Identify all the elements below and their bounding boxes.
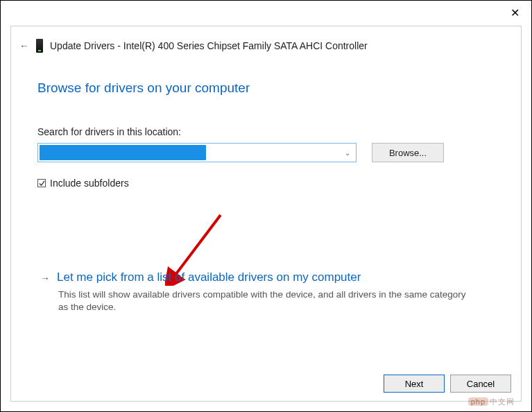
include-subfolders-checkbox[interactable]: Include subfolders [37,178,129,189]
pick-option-description: This list will show available drivers co… [58,289,474,314]
svg-line-0 [173,215,221,277]
chevron-down-icon[interactable]: ⌄ [345,149,350,157]
browse-button[interactable]: Browse... [372,143,444,162]
device-icon [36,39,43,53]
location-path-value [40,145,206,160]
wizard-panel: ← Update Drivers - Intel(R) 400 Series C… [10,26,522,402]
arrow-right-icon: → [40,273,50,284]
include-subfolders-label: Include subfolders [50,178,129,189]
back-arrow-icon[interactable]: ← [19,40,29,51]
page-heading: Browse for drivers on your computer [37,80,250,96]
location-combobox[interactable]: ⌄ [37,143,357,162]
search-input-row: ⌄ Browse... [37,143,444,162]
header-row: ← Update Drivers - Intel(R) 400 Series C… [19,39,513,53]
window-title: Update Drivers - Intel(R) 400 Series Chi… [50,40,368,51]
pick-from-list-option[interactable]: → Let me pick from a list of available d… [40,271,493,314]
close-icon[interactable]: ✕ [508,6,522,19]
search-location-label: Search for drivers in this location: [37,126,181,137]
next-button[interactable]: Next [384,375,445,393]
pick-option-title: Let me pick from a list of available dri… [57,271,361,284]
cancel-button[interactable]: Cancel [450,375,511,393]
footer-buttons: Next Cancel [384,375,511,393]
checkbox-icon [37,179,46,187]
